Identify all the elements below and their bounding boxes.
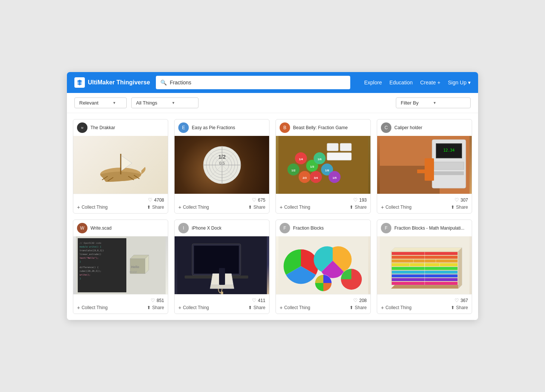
svg-rect-73 [221,292,223,294]
avatar: I [178,223,189,233]
heart-icon: ♡ [148,197,153,203]
share-label: Share [355,205,367,210]
card-header: B Beast Belly: Fraction Game [276,119,370,136]
collect-button[interactable]: + Collect Thing [381,305,412,311]
heart-icon: ♡ [252,197,256,203]
share-button[interactable]: ⬆ Share [248,205,265,210]
card-title[interactable]: Easy as Pie Fractions [192,125,235,130]
card-image [276,236,370,294]
share-button[interactable]: ⬆ Share [350,205,367,210]
share-button[interactable]: ⬆ Share [147,205,164,210]
collect-button[interactable]: + Collect Thing [77,204,108,210]
avatar: F [381,223,391,233]
share-label: Share [253,305,265,310]
create-link[interactable]: Create + [420,80,440,85]
svg-marker-97 [391,248,462,251]
like-count: 193 [359,197,367,203]
share-button[interactable]: ⬆ Share [350,305,367,310]
heart-icon: ♡ [252,298,256,303]
card-title[interactable]: Write.scad [90,225,111,231]
avatar: F [280,223,290,233]
svg-text:write();: write(); [80,273,90,276]
collect-button[interactable]: + Collect Thing [178,204,209,210]
relevant-filter[interactable]: Relevant ▾ [74,97,127,108]
share-label: Share [355,305,367,310]
like-count: 411 [258,298,265,303]
avatar: E [178,122,189,133]
filter-by[interactable]: Filter By ▾ [396,97,471,108]
chevron-down-icon: ▾ [434,100,436,105]
filters-bar: Relevant ▾ All Things ▾ Filter By ▾ [67,93,478,113]
card-header: E Easy as Pie Fractions [175,119,269,136]
svg-rect-68 [194,246,239,274]
share-button[interactable]: ⬆ Share [451,205,468,210]
card-image [175,236,269,294]
collect-button[interactable]: + Collect Thing [77,305,108,311]
filter-by-label: Filter By [401,100,419,106]
explore-link[interactable]: Explore [364,80,382,85]
card-actions: ♡ 367 + Collect Thing ⬆ Share [377,294,472,314]
browser-window: UltiMaker Thingiverse 🔍 Explore Educatio… [67,72,478,320]
search-bar[interactable]: 🔍 [156,76,350,89]
svg-text:1/8: 1/8 [325,169,329,172]
share-icon: ⬆ [350,205,353,210]
signup-link[interactable]: Sign Up ▾ [448,80,471,85]
card-actions: ♡ 675 + Collect Thing ⬆ Share [175,194,269,213]
card-iphone-dock: I iPhone X Dock [174,220,270,314]
card-title[interactable]: iPhone X Dock [192,225,221,231]
education-link[interactable]: Education [389,80,413,85]
share-icon: ⬆ [451,305,455,310]
all-things-label: All Things [136,100,157,106]
collect-button[interactable]: + Collect Thing [178,305,209,311]
card-actions: ♡ 4708 + Collect Thing ⬆ Share [73,194,168,213]
like-count: 307 [461,197,468,203]
card-actions: ♡ 851 + Collect Thing ⬆ Share [73,294,168,314]
svg-text:// OpenSCAD code: // OpenSCAD code [80,242,101,245]
svg-text:cube([20,20,5]);: cube([20,20,5]); [80,270,101,272]
card-title[interactable]: Caliper holder [394,125,422,130]
nav-links: Explore Education Create + Sign Up ▾ [364,80,471,85]
plus-icon: + [77,305,80,311]
svg-rect-21 [340,143,351,151]
card-title[interactable]: Fraction Blocks - Math Manipulati... [394,225,464,231]
like-count: 675 [258,197,265,203]
share-button[interactable]: ⬆ Share [147,305,164,310]
card-title[interactable]: The Drakkar [90,125,115,130]
card-title[interactable]: Beast Belly: Fraction Game [293,125,348,130]
collect-label: Collect Thing [81,305,108,310]
collect-label: Collect Thing [183,205,209,210]
card-write-scad: W Write.scad // OpenSCAD code module wri… [73,220,168,314]
share-button[interactable]: ⬆ Share [248,305,265,310]
share-icon: ⬆ [147,205,151,210]
card-image [377,236,472,294]
svg-text:3/4: 3/4 [314,176,318,180]
share-button[interactable]: ⬆ Share [451,305,468,310]
collect-label: Collect Thing [385,205,412,210]
svg-text:difference() {: difference() { [80,266,99,268]
share-label: Share [456,305,468,310]
collect-button[interactable]: + Collect Thing [381,204,412,210]
all-things-filter[interactable]: All Things ▾ [131,97,198,108]
card-image: 12.34 [377,136,472,194]
card-actions: ♡ 411 + Collect Thing ⬆ Share [175,294,269,314]
collect-button[interactable]: + Collect Thing [280,305,310,311]
card-image: 1/2 0.5 [175,136,269,194]
card-actions: ♡ 208 + Collect Thing ⬆ Share [276,294,370,314]
svg-text:1/2: 1/2 [218,154,226,160]
svg-text:12.34: 12.34 [443,148,454,152]
plus-icon: + [381,305,384,311]
relevant-label: Relevant [79,100,98,106]
svg-text:translate([0,0,1]): translate([0,0,1]) [80,249,104,252]
card-easy-pie: E Easy as Pie Fractions 1/2 [174,119,270,214]
navbar: UltiMaker Thingiverse 🔍 Explore Educatio… [67,72,478,93]
logo[interactable]: UltiMaker Thingiverse [74,77,150,88]
search-input[interactable] [170,80,346,85]
collect-button[interactable]: + Collect Thing [280,204,310,210]
signup-label: Sign Up [448,80,467,85]
chevron-down-icon: ▾ [172,100,175,105]
card-beast-belly: B Beast Belly: Fraction Game 1/4 1/3 [275,119,371,214]
collect-label: Collect Thing [385,305,412,310]
avatar: M [77,122,87,133]
card-caliper: C Caliper holder 12.34 [377,119,472,214]
card-title[interactable]: Fraction Blocks [293,225,324,231]
